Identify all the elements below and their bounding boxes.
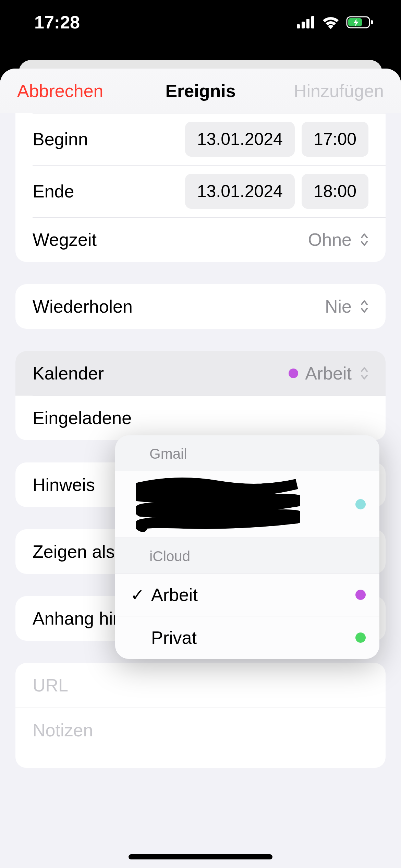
repeat-label: Wiederholen xyxy=(33,296,133,317)
repeat-value: Nie xyxy=(325,296,352,317)
popover-gmail-account-item[interactable] xyxy=(115,471,379,538)
popover-item-privat[interactable]: Privat xyxy=(115,616,379,659)
chevron-updown-icon xyxy=(360,233,368,246)
sheet-title: Ereignis xyxy=(165,81,235,101)
repeat-group: Wiederholen Nie xyxy=(15,284,386,329)
popover-section-gmail: Gmail xyxy=(115,435,379,471)
status-bar: 17:28 xyxy=(0,0,401,45)
status-icons xyxy=(297,15,374,29)
redacted-scribble xyxy=(136,477,300,532)
sheet-header: Abbrechen Ereignis Hinzufügen xyxy=(0,69,401,113)
popover-item-dot xyxy=(355,632,366,643)
popover-item-arbeit[interactable]: ✓ Arbeit xyxy=(115,573,379,616)
svg-rect-6 xyxy=(371,20,373,24)
home-indicator xyxy=(129,854,272,859)
svg-rect-1 xyxy=(302,22,305,28)
show-as-label: Zeigen als xyxy=(33,541,115,562)
add-button[interactable]: Hinzufügen xyxy=(294,81,384,101)
begin-row: Beginn 13.01.2024 17:00 xyxy=(15,113,386,165)
url-notes-group: URL Notizen xyxy=(15,663,386,768)
wifi-icon xyxy=(321,15,340,29)
popover-item-label: Arbeit xyxy=(149,584,355,605)
calendar-row[interactable]: Kalender Arbeit xyxy=(15,351,386,396)
url-input[interactable]: URL xyxy=(15,663,386,708)
calendar-group: Kalender Arbeit Eingeladene xyxy=(15,351,386,440)
notes-input[interactable]: Notizen xyxy=(15,708,386,768)
repeat-row[interactable]: Wiederholen Nie xyxy=(15,284,386,329)
svg-rect-2 xyxy=(306,19,309,28)
begin-time-picker[interactable]: 17:00 xyxy=(302,122,368,157)
end-time-picker[interactable]: 18:00 xyxy=(302,174,368,209)
checkmark-icon: ✓ xyxy=(125,585,149,604)
chevron-updown-icon xyxy=(360,300,368,313)
svg-rect-0 xyxy=(297,24,300,28)
invitees-row[interactable]: Eingeladene xyxy=(15,396,386,440)
status-time: 17:28 xyxy=(34,12,80,33)
calendar-color-dot xyxy=(289,369,298,378)
popover-gmail-dot xyxy=(355,499,366,509)
end-date-picker[interactable]: 13.01.2024 xyxy=(185,174,295,209)
popover-item-label: Privat xyxy=(149,627,355,648)
date-group: Beginn 13.01.2024 17:00 Ende 13.01.2024 … xyxy=(15,113,386,262)
travel-time-row[interactable]: Wegzeit Ohne xyxy=(15,217,386,262)
calendar-value: Arbeit xyxy=(305,363,352,384)
calendar-picker-popover: Gmail iCloud ✓ Arbeit Privat xyxy=(115,435,379,659)
begin-date-picker[interactable]: 13.01.2024 xyxy=(185,122,295,157)
travel-time-value: Ohne xyxy=(308,229,352,250)
chevron-updown-icon xyxy=(360,366,368,380)
popover-item-dot xyxy=(355,590,366,600)
begin-label: Beginn xyxy=(33,129,88,149)
invitees-label: Eingeladene xyxy=(33,408,132,428)
svg-rect-3 xyxy=(311,16,314,28)
end-label: Ende xyxy=(33,181,74,202)
end-row: Ende 13.01.2024 18:00 xyxy=(15,165,386,217)
cellular-icon xyxy=(297,16,315,28)
calendar-label: Kalender xyxy=(33,363,104,384)
travel-time-label: Wegzeit xyxy=(33,229,97,250)
battery-charging-icon xyxy=(346,15,374,29)
cancel-button[interactable]: Abbrechen xyxy=(17,81,104,101)
alert-label: Hinweis xyxy=(33,474,95,495)
popover-section-icloud: iCloud xyxy=(115,538,379,573)
